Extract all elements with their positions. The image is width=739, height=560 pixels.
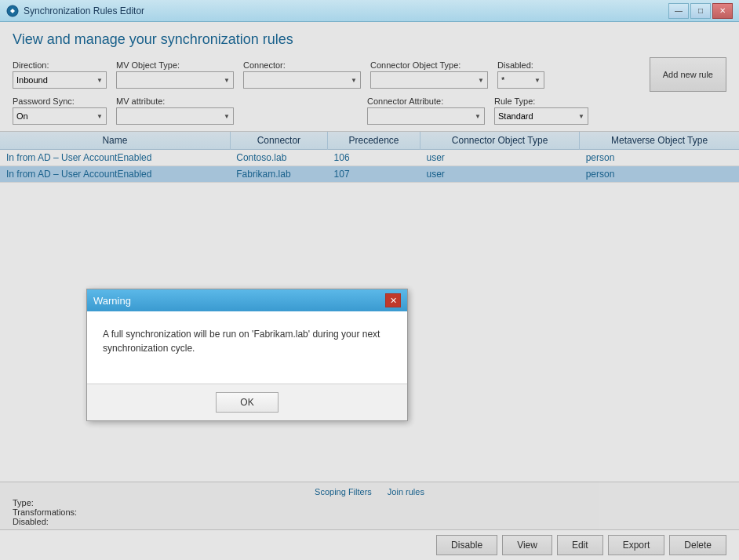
app-icon [6, 5, 19, 17]
title-bar-controls: — □ ✕ [668, 3, 733, 19]
warning-dialog: Warning ✕ A full synchronization will be… [86, 289, 408, 421]
dialog-content: A full synchronization will be run on 'F… [87, 311, 407, 384]
dialog-footer: OK [87, 384, 407, 420]
title-bar-left: Synchronization Rules Editor [6, 5, 144, 17]
dialog-close-button[interactable]: ✕ [385, 293, 401, 307]
dialog-title-bar: Warning ✕ [87, 289, 407, 311]
maximize-button[interactable]: □ [690, 3, 711, 19]
ok-button[interactable]: OK [216, 392, 278, 413]
dialog-overlay: Warning ✕ A full synchronization will be… [0, 22, 739, 560]
title-bar: Synchronization Rules Editor — □ ✕ [0, 0, 739, 22]
window-title: Synchronization Rules Editor [24, 5, 144, 16]
close-button[interactable]: ✕ [712, 3, 733, 19]
dialog-message: A full synchronization will be run on 'F… [103, 327, 391, 355]
dialog-title-text: Warning [93, 295, 131, 307]
minimize-button[interactable]: — [668, 3, 689, 19]
